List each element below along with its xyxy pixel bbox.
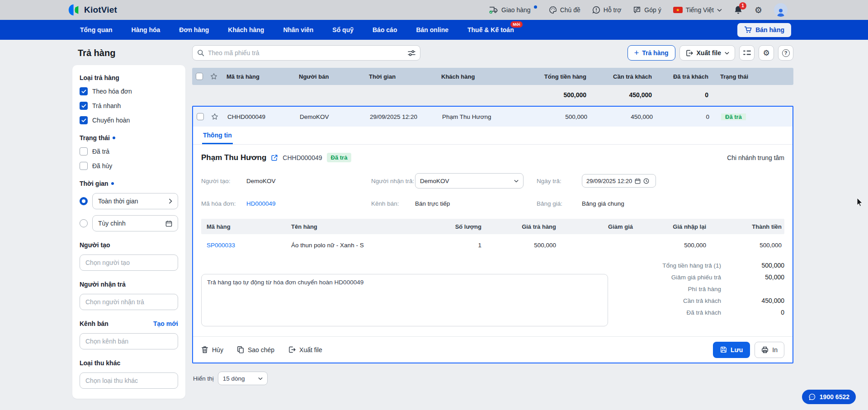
nav-item-so-quy[interactable]: Sổ quỹ xyxy=(323,26,363,33)
settings-gear-icon[interactable]: ⚙ xyxy=(755,5,762,15)
invoice-field-label: Mã hóa đơn: xyxy=(201,200,246,207)
table-row[interactable]: CHHD000049 DemoKOV 29/09/2025 12:20 Phạm… xyxy=(193,107,793,127)
col-thoi-gian[interactable]: Thời gian xyxy=(363,73,436,80)
theme-label: Chủ đề xyxy=(560,6,580,14)
new-return-button[interactable]: + Trả hàng xyxy=(627,45,675,61)
total-items-label: Tổng tiền hàng trả (1) xyxy=(662,262,721,269)
checkbox-chuyen-hoan[interactable]: Chuyển hoàn xyxy=(80,116,178,124)
note-textarea[interactable]: Trả hàng tạo tự động từ hóa đơn chuyển h… xyxy=(201,274,608,326)
receiver-label: Người nhận trả xyxy=(80,281,178,288)
kiotviet-logo[interactable]: KiotViet xyxy=(68,4,117,16)
checkbox-theo-hoa-don[interactable]: Theo hóa đơn xyxy=(80,87,178,95)
language-selector[interactable]: ★ Tiếng Việt xyxy=(673,6,722,14)
pagination-bar: Hiển thị 15 dòng xyxy=(193,372,793,385)
channel-field-value: Bán trực tiếp xyxy=(415,200,450,207)
invoice-link[interactable]: HD000049 xyxy=(246,200,276,207)
other-income-input[interactable] xyxy=(80,372,178,389)
calendar-icon[interactable] xyxy=(635,178,641,184)
checkbox-da-huy[interactable]: Đã hủy xyxy=(80,162,178,170)
create-channel-link[interactable]: Tạo mới xyxy=(153,320,178,327)
radio-all-time[interactable] xyxy=(80,197,88,205)
nav-item-nhan-vien[interactable]: Nhân viên xyxy=(274,26,323,33)
language-label: Tiếng Việt xyxy=(686,6,714,14)
checkbox-unchecked-icon xyxy=(80,147,88,156)
save-button[interactable]: Lưu xyxy=(713,342,750,358)
checkbox-da-tra[interactable]: Đã trả xyxy=(80,147,178,156)
cancel-button[interactable]: Hủy xyxy=(201,346,223,353)
nav-item-tong-quan[interactable]: Tổng quan xyxy=(71,26,122,33)
receiver-select[interactable]: DemoKOV xyxy=(415,173,524,189)
user-avatar[interactable] xyxy=(774,3,788,17)
item-sku-link[interactable]: SP000033 xyxy=(201,242,290,249)
items-table: Mã hàng Tên hàng Số lượng Giá trả hàng G… xyxy=(201,219,784,256)
custom-time-selector[interactable]: Tùy chỉnh xyxy=(92,215,178,231)
row-customer: Phạm Thu Hương xyxy=(437,113,532,120)
detail-tabs: Thông tin xyxy=(193,127,793,145)
feedback-label: Góp ý xyxy=(644,6,661,14)
notifications-button[interactable]: 1 xyxy=(734,5,743,15)
cart-icon xyxy=(744,26,752,33)
col-ma-tra-hang[interactable]: Mã trả hàng xyxy=(221,73,293,80)
filter-channel: Kênh bán Tạo mới xyxy=(80,320,178,349)
item-amount: 500,000 xyxy=(707,242,784,249)
export-file-button[interactable]: Xuất file xyxy=(679,45,735,61)
theme-menu[interactable]: Chủ đề xyxy=(549,6,580,14)
return-date-input[interactable]: 29/09/2025 12:20 xyxy=(582,174,656,188)
refunded-label: Đã trả khách xyxy=(686,309,721,316)
print-button[interactable]: In xyxy=(755,342,784,358)
page-size-select[interactable]: 15 dòng xyxy=(218,372,268,385)
clock-icon[interactable] xyxy=(643,178,649,184)
search-input[interactable] xyxy=(208,49,404,57)
col-da-tra-khach[interactable]: Đã trả khách xyxy=(653,73,709,80)
column-layout-button[interactable] xyxy=(739,45,755,61)
notification-count-badge: 1 xyxy=(739,2,746,9)
col-trang-thai[interactable]: Trạng thái xyxy=(709,73,793,80)
detail-status-badge: Đã trả xyxy=(327,153,352,162)
row-status-badge: Đã trả xyxy=(721,113,746,120)
all-time-selector[interactable]: Toàn thời gian xyxy=(92,193,178,209)
external-link-icon[interactable] xyxy=(271,154,278,161)
price-book-field-value: Bảng giá chung xyxy=(582,200,624,207)
checkbox-tra-nhanh[interactable]: Trả nhanh xyxy=(80,102,178,110)
nav-item-bao-cao[interactable]: Báo cáo xyxy=(363,26,406,33)
star-icon[interactable] xyxy=(207,113,222,120)
table-settings-button[interactable]: ⚙ xyxy=(759,45,774,61)
hotline-button[interactable]: 1900 6522 xyxy=(802,390,856,404)
tab-thong-tin[interactable]: Thông tin xyxy=(202,132,233,144)
col-khach-hang[interactable]: Khách hàng xyxy=(436,73,531,80)
nav-item-thue-ke-toan[interactable]: Thuế & Kế toán Mới xyxy=(458,26,524,33)
nav-item-hang-hoa[interactable]: Hàng hóa xyxy=(122,26,170,33)
copy-button[interactable]: Sao chép xyxy=(237,346,274,353)
nav-item-don-hang[interactable]: Đơn hàng xyxy=(170,26,218,33)
summary-refund-due: 450,000 xyxy=(587,91,653,99)
col-tong-tien-hang[interactable]: Tổng tiền hàng xyxy=(531,73,587,80)
help-button[interactable]: ? xyxy=(778,45,793,61)
row-refunded: 0 xyxy=(654,113,710,120)
feedback-menu[interactable]: Góp ý xyxy=(633,6,661,14)
delivery-menu[interactable]: Giao hàng xyxy=(489,6,537,14)
export-icon xyxy=(685,49,693,57)
sell-button[interactable]: Bán hàng xyxy=(737,23,791,37)
row-checkbox[interactable] xyxy=(197,113,204,120)
receiver-input[interactable] xyxy=(80,294,178,310)
filter-card: Loại trả hàng Theo hóa đơn Trả nhanh xyxy=(72,65,185,399)
export-detail-button[interactable]: Xuất file xyxy=(288,346,322,353)
checkbox-unchecked-icon xyxy=(80,162,88,170)
col-nguoi-ban[interactable]: Người bán xyxy=(293,73,363,80)
nav-item-khach-hang[interactable]: Khách hàng xyxy=(218,26,274,33)
radio-custom-time[interactable] xyxy=(80,219,88,227)
channel-input[interactable] xyxy=(80,333,178,349)
support-menu[interactable]: Hỗ trợ xyxy=(592,6,622,14)
receiver-field-label: Người nhận trả: xyxy=(371,178,415,184)
nav-item-ban-online[interactable]: Bán online xyxy=(406,26,458,33)
creator-input[interactable] xyxy=(80,254,178,271)
item-restock-price: 500,000 xyxy=(634,242,707,249)
search-box[interactable] xyxy=(192,45,420,61)
delivery-label: Giao hàng xyxy=(501,6,531,14)
star-icon[interactable] xyxy=(206,73,221,80)
col-can-tra-khach[interactable]: Cần trả khách xyxy=(587,73,653,80)
select-all-checkbox[interactable] xyxy=(196,73,203,80)
support-icon xyxy=(592,6,600,14)
filter-sliders-icon[interactable] xyxy=(408,50,415,57)
other-income-label: Loại thu khác xyxy=(80,359,178,367)
